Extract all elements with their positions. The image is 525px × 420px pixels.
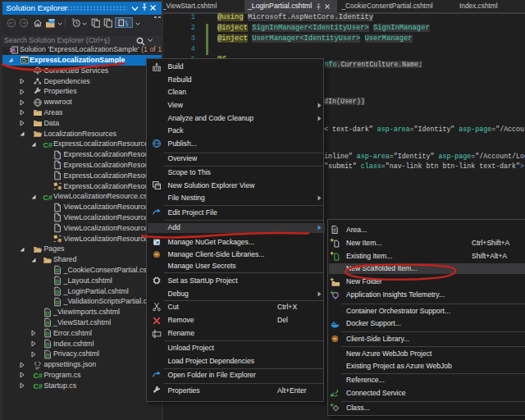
svg-text:C#: C#	[33, 382, 43, 390]
svg-text:C#: C#	[33, 372, 43, 380]
svg-text:C#: C#	[43, 140, 52, 148]
svg-text:C#: C#	[43, 193, 52, 201]
